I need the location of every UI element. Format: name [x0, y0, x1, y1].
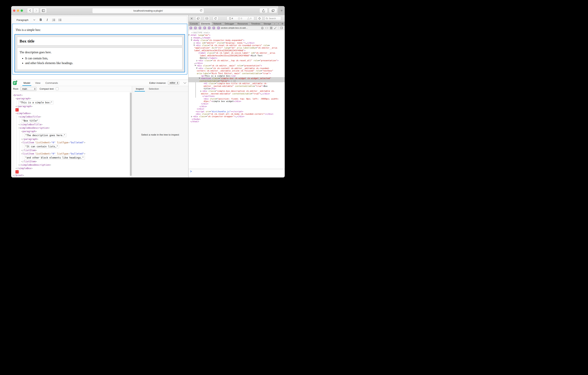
bulleted-list-button[interactable]	[57, 17, 63, 22]
zoom-window-button[interactable]	[21, 10, 23, 12]
element-picker-button[interactable]	[257, 16, 262, 21]
dom-tree-line[interactable]: <label class="ck ck-label ck-voice-label…	[189, 52, 285, 54]
dom-tree-line[interactable]: <!DOCTYPE html>	[189, 32, 285, 34]
dom-tree-line[interactable]: label_e63cbbfece34c53ce23501062343f49b8"…	[189, 49, 285, 52]
dom-tree-line[interactable]: <body class="ck-inspector-body-expanded"…	[189, 39, 285, 42]
tab-selection[interactable]: Selection	[147, 86, 160, 92]
dom-tree-line[interactable]: <div class="ck ck-reset_all ck-body ck-r…	[189, 113, 285, 115]
model-tree-node[interactable]: <listItem listIndent="0" listType="bulle…	[21, 141, 132, 144]
reload-button[interactable]	[200, 9, 202, 12]
model-tree-node[interactable]: <$root>	[13, 93, 132, 97]
dom-tree-line[interactable]: </section>	[189, 95, 285, 98]
dom-tree-line[interactable]: corners ck-editor__editable_inline ck-fo…	[189, 70, 285, 72]
breadcrumb-element-badge[interactable]: E	[217, 27, 220, 29]
dom-tree-line[interactable]: …</div>	[189, 62, 285, 65]
model-tree-node[interactable]: "The description goes here."	[24, 133, 132, 137]
close-devtools-button[interactable]	[190, 17, 193, 20]
dom-tree-line[interactable]: <head>…</head>	[189, 37, 285, 39]
dom-tree-line[interactable]: <div style="position: fixed; top: 0px; l…	[189, 98, 285, 100]
styles-brush-icon[interactable]	[274, 27, 277, 29]
dom-tree-line[interactable]: </div>	[189, 108, 285, 110]
back-button[interactable]	[27, 8, 33, 13]
tab-model[interactable]: Model	[22, 80, 31, 86]
detach-devtools-button[interactable]	[195, 16, 201, 21]
close-window-button[interactable]	[13, 10, 15, 12]
dom-tree-line[interactable]: <script src="dist/bundle.js"></script>	[189, 110, 285, 113]
print-icon[interactable]	[261, 27, 264, 29]
editor-editable-area[interactable]: This is a simple box: Box title The desc…	[12, 24, 187, 75]
breadcrumb-element-badge[interactable]: E	[203, 27, 206, 29]
dom-tree-line[interactable]: <h1 class="simple-box-title ck-editor__e…	[189, 82, 285, 85]
dom-tree-selected-line[interactable]: contenteditable="false"> = $0	[189, 80, 285, 82]
list-item[interactable]: It can contain lists,	[25, 57, 180, 60]
new-tab-icon[interactable]: +	[277, 22, 280, 26]
simple-box-title[interactable]: Box title	[17, 37, 182, 45]
model-tree-node[interactable]: </listItem>	[21, 149, 132, 152]
url-field[interactable]: localhost/creating-a-plugin/	[92, 8, 204, 13]
dom-tree-line[interactable]: <html lang="en">	[189, 34, 285, 36]
simple-box-description[interactable]: The description goes here. It can contai…	[17, 48, 182, 70]
tab-storage[interactable]: Storage	[262, 22, 273, 26]
tab-console[interactable]: Console	[189, 22, 200, 26]
dom-tree-line[interactable]: Editor</label>	[189, 57, 285, 59]
model-tree-node[interactable]: </paragraph>	[16, 105, 132, 108]
model-tree-node[interactable]: </$root>	[13, 174, 132, 177]
model-tree-node[interactable]: [	[16, 108, 132, 112]
model-tree-node[interactable]: </simpleBoxDescription>	[18, 163, 132, 167]
sidebar-toggle-button[interactable]	[40, 8, 47, 13]
dom-tree-line[interactable]: 42px;">simple box widget</div>	[189, 100, 285, 103]
tab-commands[interactable]: Commands	[44, 80, 59, 86]
model-tree-node[interactable]: "and other block elements like headings.…	[24, 155, 132, 160]
numbered-list-button[interactable]: 1 2	[51, 17, 56, 22]
breadcrumb-label[interactable]: section.simple-box.ck-wid…	[221, 27, 248, 29]
model-tree-node[interactable]: "This is a simple box:"	[18, 100, 132, 105]
dom-tree-line[interactable]: <div class="ck ck-editor__main" role="pr…	[189, 65, 285, 67]
dom-tree-line[interactable]: </div>	[189, 103, 285, 105]
model-tree-node[interactable]: <listItem listIndent="0" listType="bulle…	[21, 152, 132, 155]
dock-devtools-button[interactable]	[204, 16, 210, 21]
dom-tree-line[interactable]: </body>	[189, 118, 285, 120]
issues-summary[interactable]: 4 0 0	[227, 16, 254, 21]
scrollbar-thumb[interactable]	[130, 92, 132, 176]
dom-tree-line[interactable]: </div>	[189, 105, 285, 108]
breadcrumb-element-badge[interactable]: E	[208, 27, 210, 29]
model-tree-node[interactable]: <paragraph>	[16, 97, 132, 100]
compact-text-checkbox[interactable]	[56, 88, 59, 90]
tab-timelines[interactable]: Timelines	[250, 22, 262, 26]
details-sidebar-toggle-icon[interactable]	[280, 27, 283, 29]
dom-tree-line[interactable]: editor__nested-editable" contenteditable…	[189, 85, 285, 88]
show-tabs-button[interactable]	[269, 8, 277, 13]
tab-view[interactable]: View	[34, 80, 42, 86]
dom-tree-selected-line[interactable]: <section class="simple-box ck-widget ck-…	[189, 77, 285, 80]
heading-dropdown[interactable]: Paragraph	[15, 17, 37, 22]
model-tree-node[interactable]: "It can contain lists,"	[24, 144, 132, 149]
model-tree-node[interactable]: <simpleBox>	[16, 112, 132, 115]
dom-tree-line[interactable]: editor__nested-editable" contenteditable…	[189, 92, 285, 95]
dom-tree-line[interactable]: <p>This is a simple box:</p>	[189, 75, 285, 77]
share-button[interactable]	[259, 8, 268, 13]
tab-resources[interactable]: Resources	[236, 22, 250, 26]
source-code-icon[interactable]	[265, 27, 268, 29]
dom-tree-line[interactable]: <div class="ck ck-content ck-editor__edi…	[189, 67, 285, 70]
model-tree-node[interactable]: </simpleBox>	[16, 167, 132, 170]
dom-tree-line[interactable]: aria-label="Rich Text Editor, main" cont…	[189, 72, 285, 75]
model-tree-node[interactable]: <simpleBoxDescription>	[18, 126, 132, 130]
editor-instance-select[interactable]: editor	[168, 81, 179, 85]
model-tree-node[interactable]: </paragraph>	[21, 137, 132, 141]
devtools-search-input[interactable]: Search	[264, 16, 281, 21]
console-prompt[interactable]	[189, 169, 285, 177]
dom-tree-line[interactable]: <div class="ck ck-editor__top ck-reset_a…	[189, 59, 285, 62]
simple-box-widget[interactable]: Box title The description goes here. It …	[14, 34, 185, 72]
editor-paragraph[interactable]: This is a simple box:	[16, 28, 184, 32]
tab-debugger[interactable]: Debugger	[223, 22, 236, 26]
model-tree-node[interactable]: "Box title"	[21, 119, 132, 123]
model-tree-node[interactable]: <simpleBoxTitle>	[18, 115, 132, 119]
model-tree-node[interactable]: </simpleBoxTitle>	[18, 123, 132, 126]
bold-button[interactable]: B	[38, 17, 43, 22]
tab-inspect[interactable]: Inspect	[135, 86, 145, 92]
collapse-inspector-icon[interactable]	[183, 82, 186, 84]
list-item[interactable]: and other block elements like headings.	[25, 61, 180, 65]
tab-overflow-icon[interactable]: »	[273, 22, 277, 26]
forward-button[interactable]	[33, 8, 39, 13]
italic-button[interactable]: I	[44, 17, 50, 22]
